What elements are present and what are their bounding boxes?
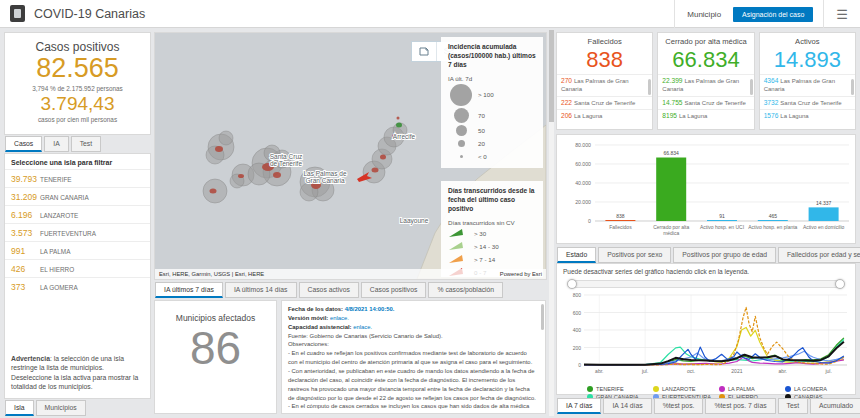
- island-name: TENERIFE: [40, 176, 72, 183]
- list-item[interactable]: 206La Laguna: [557, 109, 652, 123]
- capacity-link[interactable]: enlace.: [353, 324, 372, 330]
- list-item[interactable]: 3732Santa Cruz de Tenerife: [760, 96, 855, 110]
- list-item[interactable]: 4364Las Palmas de Gran Canaria: [760, 74, 855, 96]
- version-link[interactable]: enlace.: [330, 315, 349, 321]
- legend-item-la-palma[interactable]: LA PALMA: [719, 386, 783, 392]
- legend-days-subtitle: Días trascurridos sin CV: [448, 219, 536, 226]
- list-item-el-hierro[interactable]: 426 EL HIERRO: [5, 259, 150, 277]
- legend-item-la-gomera[interactable]: LA GOMERA: [785, 386, 849, 392]
- tab-ia[interactable]: IA: [44, 136, 68, 152]
- stat-row-num: 8195: [662, 112, 677, 119]
- tab-test[interactable]: Test: [778, 398, 808, 414]
- map-attribution: Esri, HERE, Garmin, USGS | Esri, HERE Po…: [155, 269, 546, 279]
- list-item[interactable]: 270Las Palmas de Gran Canaria: [557, 74, 652, 96]
- svg-text:20.000: 20.000: [575, 199, 591, 205]
- tab-isla[interactable]: Isla: [5, 400, 34, 416]
- tab-casos-positivos[interactable]: Casos positivos: [361, 282, 427, 298]
- svg-text:Activo en domicilio: Activo en domicilio: [803, 224, 845, 230]
- island-tab-bar: Isla Municipios: [5, 400, 86, 416]
- list-item[interactable]: 222Santa Cruz de Tenerife: [557, 96, 652, 110]
- legend-label: > 7 - 14: [474, 256, 495, 263]
- stat-row-num: 14.755: [662, 99, 682, 106]
- island-name: FUERTEVENTURA: [40, 230, 96, 237]
- positives-tab-bar: Casos IA Test: [5, 136, 101, 152]
- list-item[interactable]: 22.399Las Palmas de Gran Canaria: [658, 74, 753, 96]
- stat-row-num: 206: [561, 112, 572, 119]
- island-value: 3.573: [11, 228, 37, 238]
- legend-item: > 30: [448, 228, 536, 239]
- tab-pct-casos[interactable]: % casos/población: [428, 282, 503, 298]
- tab-ia7[interactable]: IA 7 días: [557, 398, 601, 414]
- legend-incidence: Incidencia acumulada (casos/100000 hab.)…: [441, 37, 543, 168]
- list-item-la-gomera[interactable]: 373 LA GOMERA: [5, 277, 150, 295]
- notes-panel[interactable]: Fecha de los datos: 4/8/2021 14:00:50. V…: [281, 300, 546, 414]
- notes-scrollbar[interactable]: [541, 304, 544, 330]
- tab-fallecidos-edad-sexo[interactable]: Fallecidos por edad y sexo: [778, 247, 860, 263]
- list-item-tenerife[interactable]: 39.793 TENERIFE: [5, 169, 150, 187]
- scrollbar-thumb[interactable]: [549, 30, 554, 122]
- stat-row-num: 1576: [764, 112, 779, 119]
- ribbon-symbol: [448, 241, 464, 251]
- assign-case-button[interactable]: Asignación del caso: [733, 7, 813, 22]
- stat-scrollbar[interactable]: [851, 79, 854, 95]
- tab-municipios[interactable]: Municipios: [36, 400, 86, 416]
- notes-bullet: - En el cómputo de casos cerrados se inc…: [288, 402, 537, 414]
- svg-text:80.000: 80.000: [575, 142, 591, 148]
- tab-estado[interactable]: Estado: [557, 247, 596, 263]
- map-label-gran-canaria-line2: Gran Canaria: [305, 177, 344, 184]
- list-item[interactable]: 8195La Laguna: [658, 109, 753, 123]
- tab-acumulado[interactable]: Acumulado: [810, 398, 860, 414]
- tab-positivos-edad[interactable]: Positivos por grupo de edad: [673, 247, 776, 263]
- menu-icon[interactable]: ☰: [824, 7, 860, 22]
- estado-bar-chart[interactable]: 020.00040.00060.00080.000838Fallecidos66…: [556, 134, 856, 244]
- legend-label: 20: [478, 140, 485, 147]
- tab-test[interactable]: Test: [71, 136, 101, 152]
- time-range-slider[interactable]: [569, 280, 843, 288]
- legend-incidence-title: Incidencia acumulada (casos/100000 hab.)…: [448, 43, 536, 70]
- slider-handle-right[interactable]: [835, 279, 845, 289]
- tab-ia-7-dias[interactable]: IA últimos 7 días: [155, 282, 223, 298]
- tab-casos[interactable]: Casos: [5, 136, 42, 152]
- stat-scrollbar[interactable]: [648, 79, 651, 95]
- svg-text:600: 600: [573, 310, 582, 316]
- legend-item-tenerife[interactable]: TENERIFE: [587, 386, 651, 392]
- version-label: Versión móvil:: [288, 315, 328, 321]
- page-scrollbar[interactable]: [549, 30, 554, 416]
- date-label: Fecha de los datos:: [288, 306, 343, 312]
- list-item-lanzarote[interactable]: 6.196 LANZAROTE: [5, 205, 150, 223]
- list-item-la-palma[interactable]: 991 LA PALMA: [5, 241, 150, 259]
- map-tab-bar: IA últimos 7 días IA últimos 14 días Cas…: [155, 282, 503, 298]
- stat-scrollbar[interactable]: [750, 79, 753, 95]
- list-item-fuerteventura[interactable]: 3.573 FUERTEVENTURA: [5, 223, 150, 241]
- positives-rate: 3.794,43: [5, 94, 150, 113]
- chart-note: Puede desactivar series del gráfico haci…: [557, 264, 855, 277]
- ribbon-symbol: [448, 254, 464, 264]
- island-name: LA GOMERA: [40, 284, 78, 291]
- positives-total: 82.565: [5, 55, 150, 82]
- legend-label: < 0: [478, 153, 487, 160]
- map-home-button[interactable]: [412, 42, 436, 61]
- tab-ia14[interactable]: IA 14 días: [603, 398, 651, 414]
- list-item[interactable]: 1576La Laguna: [760, 109, 855, 123]
- tab-casos-activos[interactable]: Casos activos: [299, 282, 359, 298]
- legend-item-lanzarote[interactable]: LANZAROTE: [653, 386, 717, 392]
- list-item[interactable]: 14.755Santa Cruz de Tenerife: [658, 96, 753, 110]
- island-value: 373: [11, 282, 37, 292]
- tab-test-pos7[interactable]: %test pos. 7 días: [705, 398, 775, 414]
- svg-text:Fallecidos: Fallecidos: [609, 224, 632, 230]
- municipio-button[interactable]: Municipio: [675, 10, 733, 19]
- list-item-gran-canaria[interactable]: 31.209 GRAN CANARIA: [5, 187, 150, 205]
- ia-line-chart[interactable]: abr.jul.oct.2021abr.jul.0200400600800: [557, 289, 855, 385]
- circle-symbol: [460, 155, 463, 158]
- positives-rate-caption: casos por cien mil personas: [5, 116, 150, 123]
- tab-test-pos[interactable]: %test pos.: [654, 398, 704, 414]
- tab-positivos-sexo[interactable]: Positivos por sexo: [598, 247, 671, 263]
- svg-text:66.834: 66.834: [664, 150, 680, 156]
- tab-ia-14-dias[interactable]: IA últimos 14 días: [225, 282, 297, 298]
- slider-handle-left[interactable]: [567, 279, 577, 289]
- stat-list: 22.399Las Palmas de Gran Canaria 14.755S…: [658, 74, 753, 123]
- svg-text:jul.: jul.: [641, 368, 648, 374]
- map-panel[interactable]: Santa Cruz de Tenerife Las Palmas de Gra…: [154, 32, 547, 280]
- notes-observations-label: Observaciones:: [288, 340, 537, 349]
- island-filter-title: Seleccione una isla para filtrar: [5, 154, 150, 169]
